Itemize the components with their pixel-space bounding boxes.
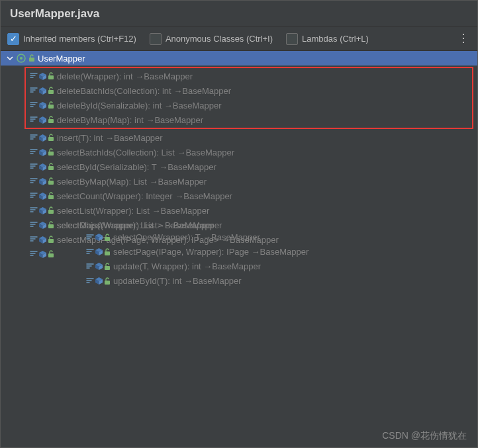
sort-icon [30, 71, 38, 81]
chevron-down-icon [6, 55, 14, 62]
method-row[interactable]: deleteByMap(Map): int →BaseMapper [26, 112, 472, 127]
method-row[interactable]: delete(Wrapper): int →BaseMapper [26, 69, 472, 83]
toolbar: Inherited members (Ctrl+F12) Anonymous C… [1, 27, 477, 51]
method-signature: insert(T): int →BaseMapper [57, 133, 163, 143]
method-row[interactable]: selectByMap(Map): List →BaseMapper [1, 174, 477, 189]
lock-open-icon [48, 192, 54, 200]
svg-rect-13 [48, 224, 54, 228]
inherited-label: Inherited members (Ctrl+F12) [23, 34, 136, 44]
method-icons [30, 249, 54, 259]
svg-rect-18 [105, 266, 110, 270]
watermark: CSDN @花伤情犹在 [382, 430, 467, 442]
method-icons [30, 101, 54, 110]
method-icons [30, 162, 54, 171]
method-signature: selectById(Serializable): T →BaseMapper [57, 162, 216, 172]
method-cube-icon [38, 192, 47, 201]
method-cube-icon [38, 101, 47, 110]
svg-rect-2 [29, 58, 34, 62]
method-row[interactable]: deleteById(Serializable): int →BaseMappe… [26, 98, 472, 112]
method-row[interactable]: insert(T): int →BaseMapper [1, 130, 477, 145]
method-cube-icon [38, 206, 47, 215]
method-row[interactable]: selectById(Serializable): T →BaseMapper [1, 159, 477, 174]
sort-icon [30, 206, 38, 215]
lock-open-icon [48, 101, 54, 109]
method-cube-icon [95, 277, 103, 285]
lock-open-icon [48, 134, 54, 142]
method-cube-icon [95, 247, 103, 256]
file-title: UserMapper.java [10, 7, 99, 21]
method-icons [30, 133, 54, 142]
sort-icon [30, 249, 38, 259]
lock-open-icon [48, 250, 54, 258]
sort-icon [30, 235, 38, 244]
svg-rect-12 [48, 210, 54, 214]
method-cube-icon [38, 236, 47, 244]
method-icons [30, 191, 54, 201]
lock-open-icon [48, 148, 54, 156]
method-icons [86, 233, 111, 242]
lock-open-icon [48, 163, 54, 171]
svg-rect-10 [48, 181, 54, 185]
svg-rect-3 [48, 75, 54, 79]
method-signature: selectList(Wrapper): List →BaseMapper [57, 206, 209, 216]
method-row[interactable]: update(T, Wrapper): int →BaseMapper [57, 259, 309, 274]
method-signature: updateById(T): int →BaseMapper [113, 276, 242, 286]
svg-rect-15 [48, 253, 54, 257]
anonymous-classes-option[interactable]: Anonymous Classes (Ctrl+I) [150, 33, 273, 45]
method-icons [30, 177, 54, 186]
more-icon[interactable]: ⋯ [457, 32, 471, 46]
method-signature: update(T, Wrapper): int →BaseMapper [113, 261, 261, 271]
sort-icon [86, 262, 94, 271]
method-row[interactable]: selectList(Wrapper): List →BaseMapper [1, 203, 477, 218]
lock-open-icon [104, 263, 111, 271]
svg-rect-16 [105, 237, 110, 241]
method-row[interactable]: deleteBatchIds(Collection): int →BaseMap… [26, 83, 472, 98]
tree-root-usermapper[interactable]: UserMapper [1, 51, 477, 66]
svg-rect-14 [48, 239, 54, 243]
checkbox-checked-icon [7, 33, 19, 45]
lock-open-icon [104, 277, 111, 285]
checkbox-unchecked-icon [286, 33, 298, 45]
sort-icon [30, 220, 38, 230]
method-icons [30, 71, 54, 81]
method-signature: selectOne(Wrapper): T →BaseMapper [113, 232, 260, 242]
method-cube-icon [95, 233, 103, 242]
lock-open-icon [48, 177, 54, 185]
svg-rect-11 [48, 195, 54, 199]
method-row[interactable]: selectPage(IPage, Wrapper): IPage →BaseM… [57, 245, 309, 259]
method-icons [30, 235, 54, 244]
method-row[interactable]: selectCount(Wrapper): Integer →BaseMappe… [1, 189, 477, 203]
method-icons [30, 220, 54, 230]
sort-icon [30, 115, 38, 124]
method-signature: selectCount(Wrapper): Integer →BaseMappe… [57, 191, 232, 201]
svg-rect-4 [48, 90, 54, 94]
sort-icon [30, 101, 38, 110]
lock-open-icon [104, 234, 111, 242]
method-row[interactable]: updateById(T): int →BaseMapper [57, 274, 309, 289]
method-cube-icon [38, 221, 47, 230]
method-icons [30, 115, 54, 124]
method-row[interactable]: selectObjs(Wrapper): List →BaseMapper se… [1, 247, 477, 261]
method-signature: deleteById(Serializable): int →BaseMappe… [57, 101, 222, 111]
method-cube-icon [38, 250, 47, 259]
method-cube-icon [38, 72, 47, 81]
sort-icon [86, 247, 94, 257]
lock-open-icon [48, 221, 54, 229]
lock-open-icon [48, 236, 54, 244]
checkbox-unchecked-icon [150, 33, 162, 45]
method-icons [30, 206, 54, 215]
lock-open-icon [48, 87, 54, 95]
lock-open-icon [28, 54, 35, 62]
title-bar: UserMapper.java [1, 1, 477, 27]
sort-icon [30, 177, 38, 186]
inherited-members-option[interactable]: Inherited members (Ctrl+F12) [7, 33, 136, 45]
method-signature: selectByMap(Map): List →BaseMapper [57, 177, 207, 187]
method-row[interactable]: selectOne(Wrapper): T →BaseMapper [57, 230, 309, 245]
method-cube-icon [38, 134, 47, 142]
method-row[interactable]: selectBatchIds(Collection): List →BaseMa… [1, 145, 477, 159]
method-icons [86, 262, 111, 271]
method-icons [86, 277, 111, 286]
lambdas-option[interactable]: Lambdas (Ctrl+L) [286, 33, 369, 45]
method-signature: delete(Wrapper): int →BaseMapper [57, 71, 193, 81]
interface-icon [17, 54, 26, 63]
